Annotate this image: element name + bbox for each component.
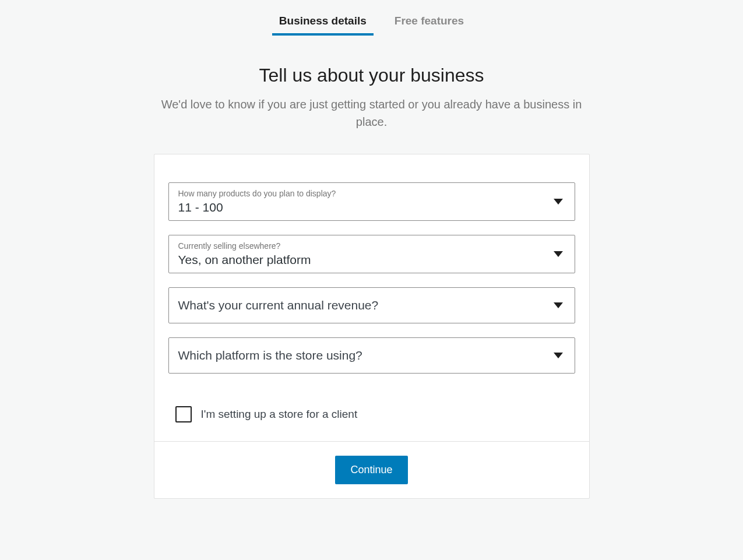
platform-select-placeholder: Which platform is the store using?: [178, 344, 565, 367]
revenue-select-placeholder: What's your current annual revenue?: [178, 294, 565, 317]
form-body: How many products do you plan to display…: [154, 154, 589, 441]
page-title: Tell us about your business: [91, 65, 652, 86]
tab-label: Business details: [279, 15, 367, 27]
client-checkbox-label: I'm setting up a store for a client: [201, 408, 358, 421]
form-footer: Continue: [154, 441, 589, 498]
selling-select-label: Currently selling elsewhere?: [178, 241, 565, 251]
products-select[interactable]: How many products do you plan to display…: [168, 182, 575, 221]
setup-wizard-container: Business details Free features Tell us a…: [79, 0, 664, 499]
client-checkbox[interactable]: [175, 406, 192, 422]
tab-free-features[interactable]: Free features: [395, 15, 464, 36]
chevron-down-icon: [554, 196, 563, 207]
continue-button[interactable]: Continue: [335, 456, 407, 484]
page-subtitle: We'd love to know if you are just gettin…: [150, 96, 593, 131]
chevron-down-icon: [554, 350, 563, 361]
chevron-down-icon: [554, 249, 563, 259]
products-select-value: 11 - 100: [178, 200, 565, 214]
selling-elsewhere-select[interactable]: Currently selling elsewhere? Yes, on ano…: [168, 235, 575, 273]
products-select-label: How many products do you plan to display…: [178, 189, 565, 198]
page-header: Tell us about your business We'd love to…: [79, 65, 664, 131]
tabs-nav: Business details Free features: [79, 15, 664, 36]
platform-select[interactable]: Which platform is the store using?: [168, 337, 575, 374]
tab-business-details[interactable]: Business details: [279, 15, 367, 36]
chevron-down-icon: [554, 300, 563, 311]
tab-label: Free features: [395, 15, 464, 27]
form-card: How many products do you plan to display…: [154, 154, 590, 499]
revenue-select[interactable]: What's your current annual revenue?: [168, 287, 575, 323]
selling-select-value: Yes, on another platform: [178, 253, 565, 267]
client-checkbox-row: I'm setting up a store for a client: [168, 406, 575, 422]
